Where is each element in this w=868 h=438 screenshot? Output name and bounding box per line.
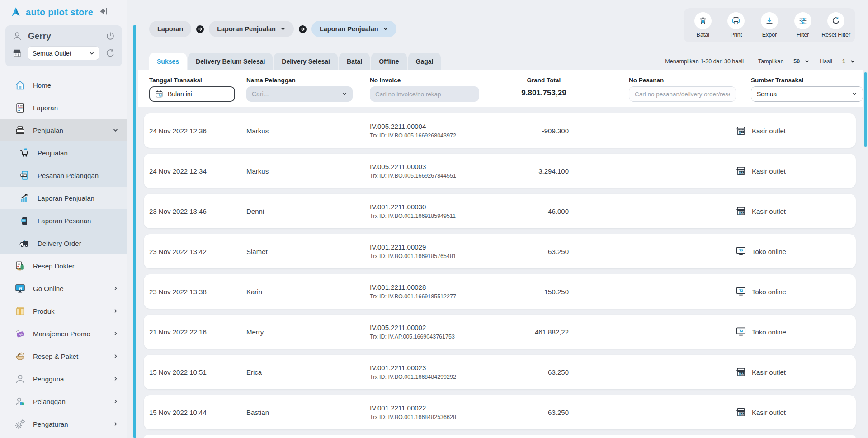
sidebar-item-pengaturan[interactable]: Pengaturan [0, 413, 127, 435]
table-row[interactable]: 15 Nov 2022 10:51 Erica IV.001.2211.0002… [144, 355, 856, 389]
button-label: Reset Filter [821, 32, 850, 38]
sidebar-item-produk[interactable]: Produk [0, 300, 127, 322]
vertical-scrollbar[interactable] [864, 72, 867, 147]
row-trx-id: Trx ID: IV.BO.001.1668482536628 [370, 414, 496, 420]
tab-offline[interactable]: Offline [371, 53, 406, 70]
customer-select[interactable]: Cari... [246, 86, 353, 102]
row-datetime: 23 Nov 2022 13:38 [149, 288, 246, 296]
chevron-right-icon [113, 353, 118, 359]
sidebar-item-label: Delivery Order [38, 240, 81, 247]
sidebar-item-home[interactable]: Home [0, 74, 127, 96]
chevron-right-icon [113, 421, 118, 427]
report-type-select[interactable]: Laporan Penjualan [311, 21, 396, 37]
table-row-partial[interactable] [144, 435, 856, 438]
reset-filter-button[interactable]: Reset Filter [820, 12, 852, 42]
sidebar-item-manajemen-promo[interactable]: % Manajemen Promo [0, 322, 127, 345]
row-invoice: IV.001.2211.00028 [370, 283, 496, 291]
sidebar-item-pelanggan[interactable]: Pelanggan [0, 390, 127, 413]
refresh-outlet-icon[interactable] [105, 48, 116, 59]
page-size-select[interactable]: 50 [793, 58, 810, 65]
sidebar-item-label: Laporan Pesanan [38, 217, 91, 225]
table-row[interactable]: 23 Nov 2022 13:38 Karin IV.001.2211.0002… [144, 274, 856, 309]
row-invoice: IV.001.2211.00029 [370, 243, 496, 251]
invoice-search-input[interactable] [370, 86, 479, 102]
sales-chart-icon [19, 193, 30, 204]
table-row[interactable]: 23 Nov 2022 13:46 Denni IV.001.2211.0003… [144, 194, 856, 228]
date-range-picker[interactable]: Bulan ini [149, 86, 235, 102]
table-row[interactable]: 24 Nov 2022 12:34 Markus IV.005.2211.000… [144, 154, 856, 188]
row-amount: 461.882,22 [496, 328, 569, 336]
sidebar-item-pesanan-pelanggan[interactable]: Pesanan Pelanggan [0, 164, 127, 187]
row-customer: Slamet [246, 248, 370, 255]
table-row[interactable]: 21 Nov 2022 22:16 Merry IV.005.2211.0000… [144, 315, 856, 349]
sidebar-item-penjualan-parent[interactable]: Penjualan [0, 119, 127, 141]
sidebar-item-laporan-penjualan[interactable]: Laporan Penjualan [0, 187, 127, 209]
row-source: Kasir outlet [752, 207, 786, 215]
row-customer: Denni [246, 207, 370, 215]
sidebar: auto pilot store Gerry Semua Outlet [0, 0, 127, 438]
page-select[interactable]: 1 [842, 58, 855, 65]
sidebar-item-laporan[interactable]: Laporan [0, 96, 127, 119]
page-size-value: 50 [793, 58, 800, 65]
table-row[interactable]: 24 Nov 2022 12:36 Markus IV.005.2211.000… [144, 113, 856, 148]
sidebar-menu: Home Laporan Penjualan Penjualan [0, 74, 127, 435]
source-select[interactable]: Semua [751, 86, 863, 102]
breadcrumb-laporan-penjualan[interactable]: Laporan Penjualan [209, 21, 294, 37]
table-row[interactable]: 23 Nov 2022 13:42 Slamet IV.001.2211.000… [144, 234, 856, 268]
chevron-down-icon [852, 91, 857, 97]
online-store-icon [14, 283, 26, 294]
row-invoice: IV.001.2211.00022 [370, 404, 496, 412]
user-name: Gerry [28, 31, 99, 41]
table-row[interactable]: 15 Nov 2022 10:44 Bastian IV.001.2211.00… [144, 395, 856, 429]
tab-batal[interactable]: Batal [339, 53, 370, 70]
printer-icon [727, 12, 745, 29]
sidebar-item-go-online[interactable]: Go Online [0, 277, 127, 300]
storefront-icon [735, 205, 747, 217]
row-source: Toko online [752, 288, 786, 296]
sidebar-collapse-icon[interactable] [99, 6, 108, 16]
row-customer: Markus [246, 167, 370, 175]
logout-power-icon[interactable] [105, 31, 116, 42]
chevron-right-icon [113, 331, 118, 336]
row-amount: 46.000 [496, 207, 569, 215]
storefront-icon [735, 165, 747, 177]
button-label: Expor [762, 32, 777, 38]
user-icon [14, 373, 26, 385]
tab-delivery-belum-selesai[interactable]: Delivery Belum Selesai [188, 53, 273, 70]
settings-icon [14, 419, 26, 430]
order-search-input[interactable] [629, 86, 736, 102]
filter-button[interactable]: Filter [787, 12, 819, 42]
promo-tag-icon: % [14, 328, 26, 339]
expor-button[interactable]: Expor [753, 12, 786, 42]
print-button[interactable]: Print [720, 12, 752, 42]
sidebar-item-label: Laporan [33, 104, 58, 112]
outlet-select[interactable]: Semua Outlet [28, 46, 99, 60]
sidebar-item-laporan-pesanan[interactable]: Laporan Pesanan [0, 209, 127, 232]
tab-label: Delivery Selesai [282, 58, 330, 65]
row-customer: Bastian [246, 409, 370, 416]
home-icon [14, 80, 26, 91]
chevron-down-icon [383, 26, 388, 32]
row-amount: 3.294.100 [496, 167, 569, 175]
batal-button[interactable]: Batal [687, 12, 719, 42]
sidebar-item-delivery-order[interactable]: Delivery Order [0, 232, 127, 254]
filter-label-pesanan: No Pesanan [629, 77, 736, 84]
row-trx-id: Trx ID: IV.AP.005.1669043761753 [370, 334, 496, 340]
page-value: 1 [842, 58, 845, 65]
tab-gagal[interactable]: Gagal [408, 53, 441, 70]
tab-delivery-selesai[interactable]: Delivery Selesai [274, 53, 338, 70]
row-customer: Karin [246, 288, 370, 296]
status-tabs: Sukses Delivery Belum Selesai Delivery S… [149, 53, 855, 70]
sidebar-item-pengguna[interactable]: Pengguna [0, 367, 127, 390]
breadcrumb-arrow-icon [298, 25, 307, 33]
tab-sukses[interactable]: Sukses [149, 53, 187, 70]
sidebar-item-resep-dokter[interactable]: Resep Dokter [0, 254, 127, 277]
sidebar-item-resep-paket[interactable]: Resep & Paket [0, 345, 127, 367]
sidebar-item-penjualan[interactable]: Penjualan [0, 141, 127, 164]
row-amount: -909.300 [496, 127, 569, 135]
sidebar-item-label: Pengguna [33, 375, 64, 383]
row-customer: Erica [246, 368, 370, 376]
online-shop-icon [735, 286, 747, 297]
breadcrumb-laporan[interactable]: Laporan [149, 21, 191, 37]
row-invoice: IV.001.2211.00023 [370, 364, 496, 372]
